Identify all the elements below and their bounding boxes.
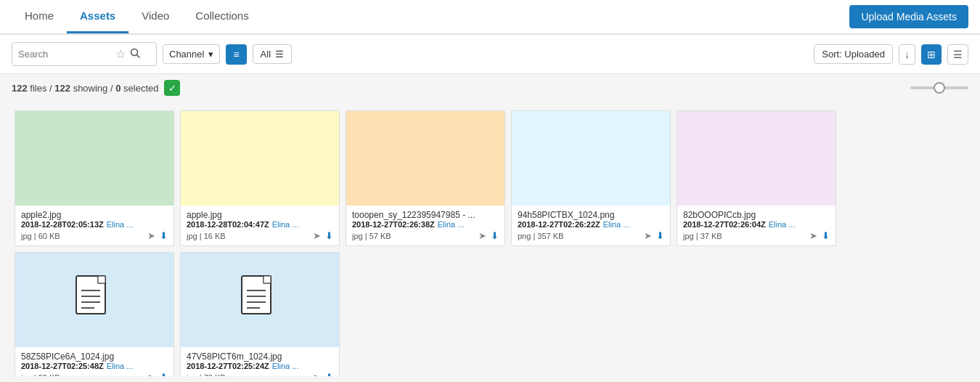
download-icon[interactable]: ⬇ [325,372,333,376]
asset-thumbnail [15,253,173,347]
asset-format-size: jpg | 57 KB [352,232,391,240]
asset-author: Elina ... [272,220,299,229]
asset-card[interactable]: 94h58PICTBX_1024.png 2018-12-27T02:26:22… [511,110,671,246]
asset-author: Elina ... [438,220,465,229]
sort-label: Sort: Uploaded [822,49,885,60]
asset-actions: ➤ ⬇ [644,230,664,241]
asset-author: Elina ... [603,220,630,229]
slider-thumb[interactable] [934,82,945,94]
asset-filename: 58Z58PICe6A_1024.jpg [21,351,168,362]
asset-actions: ➤ ⬇ [313,230,333,241]
asset-info: 47V58PICT6m_1024.jpg 2018-12-27T02:25:24… [181,347,339,376]
zoom-slider[interactable] [910,86,968,89]
asset-card[interactable]: 58Z58PICe6A_1024.jpg 2018-12-27T02:25:48… [15,252,174,376]
asset-format-size: jpg | 37 KB [683,232,722,240]
upload-media-button[interactable]: Upload Media Assets [849,5,968,28]
asset-date: 2018-12-27T02:26:04Z [683,220,766,229]
asset-grid: apple2.jpg 2018-12-28T02:05:13Z Elina ..… [0,102,980,376]
asset-thumbnail [181,111,339,206]
asset-author: Elina ... [769,220,796,229]
search-button[interactable] [128,46,142,62]
asset-format-size: jpg | 16 KB [187,232,226,240]
channel-dropdown[interactable]: Channel ▾ [163,44,220,64]
asset-card[interactable]: tooopen_sy_122395947985 - ... 2018-12-27… [346,110,505,246]
asset-info: apple2.jpg 2018-12-28T02:05:13Z Elina ..… [15,206,173,245]
asset-actions: ➤ ⬇ [147,230,168,241]
asset-meta: jpg | 37 KB ➤ ⬇ [683,230,830,241]
asset-author: Elina ... [272,362,299,370]
download-icon[interactable]: ⬇ [491,230,499,241]
nav-tab-home[interactable]: Home [12,0,67,33]
asset-info: 82bOOOPICcb.jpg 2018-12-27T02:26:04Z Eli… [677,206,836,245]
asset-format-size: jpg | 99 KB [21,373,60,377]
share-icon[interactable]: ➤ [644,230,652,241]
download-icon[interactable]: ⬇ [160,372,168,376]
nav-tab-collections[interactable]: Collections [182,0,261,33]
share-icon[interactable]: ➤ [147,372,155,376]
asset-grid-container: apple2.jpg 2018-12-28T02:05:13Z Elina ..… [0,102,980,376]
all-filter-button[interactable]: All ☰ [253,44,292,64]
asset-filename: apple2.jpg [21,210,168,220]
list-icon: ☰ [275,49,284,60]
asset-card[interactable]: 47V58PICT6m_1024.jpg 2018-12-27T02:25:24… [180,252,340,376]
sort-down-icon: ↓ [905,49,910,60]
asset-filename: apple.jpg [187,210,333,220]
asset-thumbnail [512,111,670,206]
asset-card[interactable]: 82bOOOPICcb.jpg 2018-12-27T02:26:04Z Eli… [677,110,836,246]
nav-tab-video[interactable]: Video [128,0,182,33]
asset-date: 2018-12-28T02:04:47Z [187,220,269,229]
nav-tabs: Home Assets Video Collections [12,0,262,33]
svg-rect-11 [264,276,271,283]
share-icon[interactable]: ➤ [313,230,321,241]
status-bar: 122 files / 122 showing / 0 selected ✓ [0,74,980,102]
filter-icon: ≡ [233,49,239,60]
asset-meta: jpg | 57 KB ➤ ⬇ [352,230,499,241]
download-icon[interactable]: ⬇ [325,230,333,241]
nav-tab-assets[interactable]: Assets [67,0,128,33]
asset-format-size: png | 357 KB [518,232,563,240]
asset-meta: jpg | 60 KB ➤ ⬇ [21,230,168,241]
asset-filename: 47V58PICT6m_1024.jpg [187,351,333,362]
top-navigation: Home Assets Video Collections Upload Med… [0,0,980,35]
asset-info: 58Z58PICe6A_1024.jpg 2018-12-27T02:25:48… [15,347,173,376]
star-button[interactable]: ☆ [113,46,128,62]
asset-date: 2018-12-27T02:25:24Z [187,362,269,370]
filter-button[interactable]: ≡ [226,44,246,65]
grid-icon: ⊞ [927,49,936,60]
asset-meta: jpg | 16 KB ➤ ⬇ [187,230,333,241]
asset-card[interactable]: apple2.jpg 2018-12-28T02:05:13Z Elina ..… [15,110,174,246]
asset-actions: ➤ ⬇ [313,372,333,376]
asset-format-size: jpg | 79 KB [187,373,226,377]
share-icon[interactable]: ➤ [147,230,155,241]
channel-label: Channel [169,49,204,60]
search-input[interactable] [18,49,113,60]
chevron-down-icon: ▾ [208,49,213,60]
list-view-icon: ☰ [953,49,963,60]
select-all-checkbox[interactable]: ✓ [164,80,180,96]
share-icon[interactable]: ➤ [478,230,486,241]
asset-info: 94h58PICTBX_1024.png 2018-12-27T02:26:22… [512,206,670,245]
share-icon[interactable]: ➤ [313,372,321,376]
search-box: ☆ [12,42,157,66]
svg-rect-4 [98,276,105,283]
asset-format-size: jpg | 60 KB [21,232,60,240]
sort-direction-button[interactable]: ↓ [899,44,915,65]
asset-info: tooopen_sy_122395947985 - ... 2018-12-27… [346,206,505,245]
asset-info: apple.jpg 2018-12-28T02:04:47Z Elina ...… [181,206,339,245]
asset-filename: 82bOOOPICcb.jpg [683,210,830,220]
sort-button[interactable]: Sort: Uploaded [814,44,893,64]
asset-card[interactable]: apple.jpg 2018-12-28T02:04:47Z Elina ...… [180,110,340,246]
list-view-button[interactable]: ☰ [947,44,968,65]
asset-actions: ➤ ⬇ [147,372,168,376]
download-icon[interactable]: ⬇ [656,230,664,241]
asset-author: Elina ... [107,220,134,229]
asset-date: 2018-12-27T02:26:38Z [352,220,435,229]
share-icon[interactable]: ➤ [809,230,817,241]
grid-view-button[interactable]: ⊞ [921,44,942,65]
toolbar: ☆ Channel ▾ ≡ All ☰ Sort: Uploaded ↓ ⊞ ☰ [0,35,980,74]
download-icon[interactable]: ⬇ [822,230,830,241]
asset-thumbnail [346,111,505,206]
slider-track [910,86,968,89]
files-count: 122 files / 122 showing / 0 selected [12,83,158,94]
download-icon[interactable]: ⬇ [160,230,168,241]
